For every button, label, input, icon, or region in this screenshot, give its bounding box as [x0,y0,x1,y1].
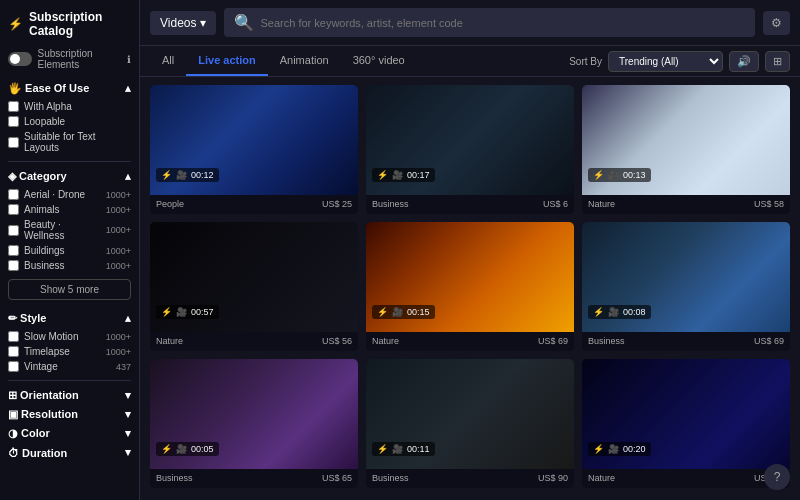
sort-select[interactable]: Trending (All) Newest Most Downloaded [608,51,723,72]
cat-checkbox-beauty[interactable] [8,225,19,236]
cat-checkbox-buildings[interactable] [8,245,19,256]
show-more-button[interactable]: Show 5 more [8,279,131,300]
color-chevron: ▾ [125,427,131,440]
ease-item-loopable[interactable]: Loopable [8,116,131,127]
video-card[interactable]: ⚡ 🎥 00:05 Business US$ 65 [150,359,358,488]
video-badge: ⚡ 🎥 00:05 [156,442,219,456]
info-icon: ℹ [127,54,131,65]
video-lightning-icon: ⚡ [593,444,604,454]
search-input[interactable] [260,17,745,29]
sort-area: Sort By Trending (All) Newest Most Downl… [569,51,790,72]
video-duration: 00:57 [191,307,214,317]
toggle-switch[interactable] [8,52,32,66]
color-title: Color [21,427,50,439]
video-card[interactable]: ⚡ 🎥 00:20 Nature US$ 53 [582,359,790,488]
card-category: Nature [588,199,615,209]
card-info-row: Nature US$ 56 [156,336,352,346]
style-item-slowmotion[interactable]: Slow Motion 1000+ [8,331,131,342]
duration-section[interactable]: ⏱ Duration ▾ [8,446,131,459]
ease-item-alpha[interactable]: With Alpha [8,101,131,112]
color-icon: ◑ [8,427,21,439]
card-info: Nature US$ 58 [582,195,790,214]
cat-count-buildings: 1000+ [106,246,131,256]
ease-checkbox-loopable[interactable] [8,116,19,127]
cat-checkbox-animals[interactable] [8,204,19,215]
tab-animation[interactable]: Animation [268,46,341,76]
card-price: US$ 56 [322,336,352,346]
color-section[interactable]: ◑ Color ▾ [8,427,131,440]
video-badge: ⚡ 🎥 00:57 [156,305,219,319]
style-label-slowmotion: Slow Motion [24,331,78,342]
card-price: US$ 69 [754,336,784,346]
card-category: Nature [588,473,615,483]
cat-checkbox-aerial[interactable] [8,189,19,200]
ease-checkbox-text[interactable] [8,137,19,148]
cat-item-aerial[interactable]: Aerial · Drone 1000+ [8,189,131,200]
card-info: Business US$ 90 [366,469,574,488]
cat-item-business[interactable]: Business 1000+ [8,260,131,271]
video-camera-icon: 🎥 [392,170,403,180]
video-badge: ⚡ 🎥 00:12 [156,168,219,182]
cat-count-animals: 1000+ [106,205,131,215]
style-checkbox-timelapse[interactable] [8,346,19,357]
video-card[interactable]: ⚡ 🎥 00:11 Business US$ 90 [366,359,574,488]
cat-item-animals[interactable]: Animals 1000+ [8,204,131,215]
video-camera-icon: 🎥 [608,307,619,317]
card-info: Nature US$ 69 [366,332,574,351]
card-category: Nature [156,336,183,346]
resolution-title: Resolution [21,408,78,420]
cat-label-business: Business [24,260,65,271]
card-category: Nature [372,336,399,346]
tab-all[interactable]: All [150,46,186,76]
style-item-vintage[interactable]: Vintage 437 [8,361,131,372]
video-lightning-icon: ⚡ [161,170,172,180]
volume-button[interactable]: 🔊 [729,51,759,72]
video-card[interactable]: ⚡ 🎥 00:57 Nature US$ 56 [150,222,358,351]
cat-checkbox-business[interactable] [8,260,19,271]
video-badge: ⚡ 🎥 00:15 [372,305,435,319]
video-card[interactable]: ⚡ 🎥 00:15 Nature US$ 69 [366,222,574,351]
video-camera-icon: 🎥 [176,170,187,180]
card-price: US$ 6 [543,199,568,209]
help-button[interactable]: ? [764,464,790,490]
sidebar: ⚡ Subscription Catalog Subscription Elem… [0,0,140,500]
ease-icon: 🖐 [8,82,25,94]
grid-view-button[interactable]: ⊞ [765,51,790,72]
card-price: US$ 90 [538,473,568,483]
duration-chevron: ▾ [125,446,131,459]
ease-checkbox-alpha[interactable] [8,101,19,112]
ease-label-loopable: Loopable [24,116,65,127]
video-badge: ⚡ 🎥 00:17 [372,168,435,182]
card-info-row: Business US$ 69 [588,336,784,346]
sort-label: Sort By [569,56,602,67]
tab-360-video[interactable]: 360° video [341,46,417,76]
video-grid-area: ⚡ 🎥 00:12 People US$ 25 ⚡ 🎥 00:17 Busine… [140,77,800,500]
orientation-section[interactable]: ⊞ Orientation ▾ [8,389,131,402]
ease-item-text[interactable]: Suitable for Text Layouts [8,131,131,153]
filter-type-dropdown[interactable]: Videos ▾ [150,11,216,35]
video-card[interactable]: ⚡ 🎥 00:13 Nature US$ 58 [582,85,790,214]
category-section[interactable]: ◈ Category ▴ [8,170,131,183]
subscription-toggle[interactable]: Subscription Elements ℹ [8,48,131,70]
cat-label-animals: Animals [24,204,60,215]
cat-item-beauty[interactable]: Beauty · Wellness 1000+ [8,219,131,241]
cat-count-business: 1000+ [106,261,131,271]
style-label-timelapse: Timelapse [24,346,70,357]
style-section[interactable]: ✏ Style ▴ [8,312,131,325]
style-item-timelapse[interactable]: Timelapse 1000+ [8,346,131,357]
search-settings-button[interactable]: ⚙ [763,11,790,35]
tab-live-action[interactable]: Live action [186,46,267,76]
style-checkbox-vintage[interactable] [8,361,19,372]
cat-item-buildings[interactable]: Buildings 1000+ [8,245,131,256]
video-card[interactable]: ⚡ 🎥 00:17 Business US$ 6 [366,85,574,214]
video-card[interactable]: ⚡ 🎥 00:12 People US$ 25 [150,85,358,214]
card-info-row: People US$ 25 [156,199,352,209]
video-grid: ⚡ 🎥 00:12 People US$ 25 ⚡ 🎥 00:17 Busine… [150,85,790,488]
resolution-section[interactable]: ▣ Resolution ▾ [8,408,131,421]
video-card[interactable]: ⚡ 🎥 00:08 Business US$ 69 [582,222,790,351]
card-info: Nature US$ 53 [582,469,790,488]
style-checkbox-slowmotion[interactable] [8,331,19,342]
card-info-row: Business US$ 6 [372,199,568,209]
ease-of-use-section[interactable]: 🖐 Ease Of Use ▴ [8,82,131,95]
ease-chevron: ▴ [125,82,131,95]
